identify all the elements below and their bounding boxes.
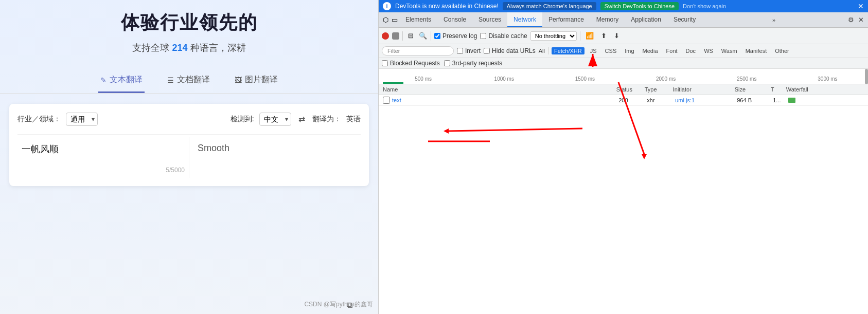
timeline-1000: 1000 ms [464, 76, 544, 82]
tab-doc-translation[interactable]: ☰ 文档翻译 [165, 69, 212, 93]
hide-data-urls-checkbox-label[interactable]: Hide data URLs [484, 47, 536, 54]
subtitle-prefix: 支持全球 [132, 43, 169, 53]
subtitle-suffix: 种语言，深耕 [190, 43, 246, 53]
timeline-2500: 2500 ms [706, 76, 787, 82]
filter-media[interactable]: Media [640, 47, 661, 54]
filter-divider [548, 47, 548, 54]
filter-js[interactable]: JS [588, 47, 599, 54]
close-devtools-button[interactable]: ✕ [856, 15, 866, 25]
filter-img[interactable]: Img [622, 47, 636, 54]
blocked-requests-checkbox[interactable] [382, 60, 388, 66]
switch-devtools-button[interactable]: Switch DevTools to Chinese [600, 2, 679, 10]
preserve-log-text: Preserve log [442, 32, 477, 40]
detect-select-wrapper[interactable]: 中文 [259, 113, 291, 126]
hide-data-urls-label: Hide data URLs [492, 47, 536, 54]
invert-checkbox-label[interactable]: Invert [457, 47, 481, 54]
hide-data-urls-checkbox[interactable] [484, 48, 490, 54]
table-header: Name Status Type Initiator Size T Waterf… [379, 84, 868, 95]
scroll-handle[interactable] [865, 69, 868, 84]
filter-icon[interactable]: ⊟ [406, 31, 415, 41]
timeline-1500: 1500 ms [544, 76, 625, 82]
tab-sources[interactable]: Sources [472, 12, 507, 27]
tab-img-translation[interactable]: 🖼 图片翻译 [233, 69, 280, 93]
header-type: Type [645, 86, 673, 93]
tab-security[interactable]: Security [667, 12, 702, 27]
row-checkbox[interactable] [383, 97, 390, 104]
input-row: 一帆风顺 5/5000 Smooth ⧉ [17, 137, 360, 178]
domain-select-wrapper[interactable]: 通用 [66, 113, 98, 126]
detect-label: 检测到: [231, 115, 254, 124]
filter-wasm[interactable]: Wasm [719, 47, 740, 54]
cursor-icon[interactable]: ⬡ [381, 15, 390, 25]
swap-button[interactable]: ⇄ [296, 112, 307, 126]
always-match-button[interactable]: Always match Chrome's language [503, 2, 596, 10]
tab-performance[interactable]: Performance [542, 12, 590, 27]
preserve-log-checkbox[interactable] [434, 33, 440, 39]
filter-doc[interactable]: Doc [683, 47, 699, 54]
record-button[interactable] [382, 32, 389, 40]
invert-checkbox[interactable] [457, 48, 463, 54]
website-subtitle: 支持全球 214 种语言，深耕 [132, 42, 245, 54]
wifi-icon[interactable]: 📶 [583, 31, 596, 41]
row-initiator: umi.js:1 [675, 97, 737, 103]
filter-font[interactable]: Font [664, 47, 680, 54]
header-time: T [771, 86, 786, 93]
blocked-requests-text: Blocked Requests [390, 60, 440, 67]
info-bar-close-button[interactable]: ✕ [858, 2, 864, 10]
filter-other[interactable]: Other [772, 47, 792, 54]
preserve-log-checkbox-label[interactable]: Preserve log [434, 32, 477, 40]
website-title: 体验行业领先的 [121, 10, 258, 35]
domain-select[interactable]: 通用 [66, 113, 98, 126]
devtools-info-bar: i DevTools is now available in Chinese! … [379, 0, 868, 12]
tab-network[interactable]: Network [507, 12, 542, 27]
third-party-checkbox[interactable] [444, 60, 450, 66]
filter-bar2: Blocked Requests 3rd-party requests [379, 58, 868, 69]
tab-img-label: 图片翻译 [245, 75, 278, 85]
detect-select[interactable]: 中文 [259, 113, 291, 126]
row-time: 1... [773, 97, 788, 103]
input-side: 一帆风顺 5/5000 [17, 137, 189, 178]
divider [17, 134, 360, 135]
tab-text-translation[interactable]: ✎ 文本翻译 [98, 69, 145, 93]
throttle-select[interactable]: No throttling [530, 31, 577, 41]
filter-ws[interactable]: WS [701, 47, 716, 54]
search-icon[interactable]: 🔍 [418, 31, 428, 41]
tab-application[interactable]: Application [625, 12, 667, 27]
toolbar-divider-2 [431, 31, 431, 41]
header-waterfall: Waterfall [786, 86, 864, 93]
info-bar-message: DevTools is now available in Chinese! [395, 3, 499, 10]
filter-input[interactable] [382, 46, 454, 56]
all-filter-label: All [539, 48, 545, 54]
tab-memory[interactable]: Memory [590, 12, 625, 27]
green-progress-line [383, 82, 403, 84]
disable-cache-checkbox[interactable] [480, 33, 486, 39]
tabs-bar: ✎ 文本翻译 ☰ 文档翻译 🖼 图片翻译 [0, 69, 378, 94]
devtools-toolbar: ⊟ 🔍 Preserve log Disable cache No thrott… [379, 28, 868, 44]
input-text[interactable]: 一帆风顺 [22, 139, 185, 159]
disable-cache-checkbox-label[interactable]: Disable cache [480, 32, 527, 40]
stop-button[interactable] [392, 32, 399, 40]
filter-manifest[interactable]: Manifest [743, 47, 770, 54]
settings-button[interactable]: ⚙ [846, 15, 856, 25]
export-icon[interactable]: ⬇ [612, 31, 622, 41]
row-waterfall [788, 98, 864, 103]
import-icon[interactable]: ⬆ [599, 31, 609, 41]
filter-css[interactable]: CSS [603, 47, 619, 54]
third-party-label[interactable]: 3rd-party requests [444, 60, 502, 67]
waterfall-bar [788, 98, 795, 103]
char-count: 5/5000 [166, 167, 185, 174]
more-tabs-button[interactable]: » [768, 15, 780, 25]
blocked-requests-label[interactable]: Blocked Requests [382, 60, 440, 67]
img-icon: 🖼 [235, 76, 242, 84]
device-icon[interactable]: ▭ [390, 15, 399, 25]
dont-show-again-button[interactable]: Don't show again [683, 3, 726, 9]
domain-label: 行业／领域： [17, 115, 61, 124]
table-row[interactable]: text 200 xhr umi.js:1 964 B 1... [379, 95, 868, 106]
tab-elements[interactable]: Elements [399, 12, 437, 27]
tab-console[interactable]: Console [437, 12, 472, 27]
toolbar-divider-1 [402, 31, 403, 41]
timeline-2000: 2000 ms [626, 76, 706, 82]
filter-fetch-xhr[interactable]: Fetch/XHR [552, 47, 584, 54]
translation-area: 行业／领域： 通用 检测到: 中文 ⇄ 翻译为： 英语 一帆风顺 5/5000 [9, 104, 368, 186]
header-size: Size [735, 86, 771, 93]
